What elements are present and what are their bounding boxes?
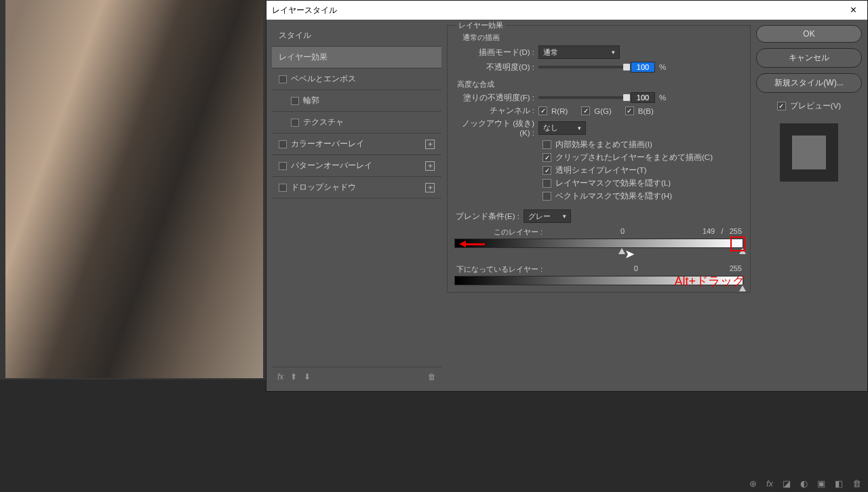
channel-b-label: B(B)	[638, 107, 654, 115]
channel-r-checkbox[interactable]	[538, 106, 547, 115]
adjustment-icon[interactable]: ◐	[800, 478, 808, 489]
knockout-select[interactable]: なし ▾	[538, 121, 586, 135]
main-panel: レイヤー効果 通常の描画 描画モード(D) : 通常 ▾ 不透明度(O) : %…	[447, 25, 751, 386]
blend-if-value: グレー	[528, 211, 551, 222]
add-color-overlay-icon[interactable]: ＋	[425, 140, 435, 149]
bevel-checkbox[interactable]	[279, 75, 287, 83]
move-up-icon[interactable]: ⬆	[290, 372, 297, 382]
chevron-down-icon: ▾	[612, 49, 615, 56]
this-layer-max: 255	[730, 227, 742, 235]
fill-opacity-slider[interactable]	[538, 96, 627, 99]
blend-interior-checkbox[interactable]	[542, 140, 551, 149]
channel-g-label: G(G)	[594, 107, 612, 115]
mask-icon[interactable]: ◪	[783, 478, 791, 489]
new-style-button[interactable]: 新規スタイル(W)...	[756, 73, 862, 93]
blending-options-label: レイヤー効果	[279, 52, 328, 63]
styles-header[interactable]: スタイル	[272, 25, 441, 47]
pattern-overlay-item[interactable]: パターンオーバーレイ＋	[272, 155, 441, 177]
dialog-button-column: OK キャンセル 新規スタイル(W)... プレビュー(V)	[756, 25, 862, 386]
opacity-input[interactable]	[631, 62, 655, 73]
canvas-area	[0, 0, 271, 380]
opacity-percent: %	[659, 63, 666, 71]
ok-button[interactable]: OK	[756, 25, 862, 43]
vector-mask-hides-label: ベクトルマスクで効果を隠す(H)	[555, 191, 672, 201]
trash-icon[interactable]: 🗑	[852, 478, 861, 489]
bevel-label: ベベルとエンボス	[291, 73, 356, 85]
add-pattern-overlay-icon[interactable]: ＋	[425, 161, 435, 171]
vector-mask-hides-checkbox[interactable]	[542, 192, 551, 201]
dialog-title: レイヤースタイル	[272, 5, 337, 16]
fx-icon[interactable]: fx	[277, 372, 283, 382]
annotation-text: Alt+ドラッグ	[674, 273, 745, 289]
this-layer-gradient[interactable]	[454, 239, 743, 248]
this-layer-split: 149	[703, 227, 715, 235]
drop-shadow-item[interactable]: ドロップシャドウ＋	[272, 177, 441, 199]
group-icon[interactable]: ▣	[817, 478, 825, 489]
channel-r-label: R(R)	[551, 107, 568, 115]
document-image	[5, 0, 263, 378]
drop-shadow-label: ドロップシャドウ	[291, 182, 356, 193]
transparency-shapes-checkbox[interactable]	[542, 166, 551, 175]
blend-mode-select[interactable]: 通常 ▾	[538, 45, 620, 59]
cursor-icon: ➤	[625, 247, 635, 262]
underlying-label: 下になっているレイヤー :	[456, 264, 542, 274]
cancel-button[interactable]: キャンセル	[756, 48, 862, 68]
blend-if-select[interactable]: グレー ▾	[524, 209, 571, 223]
new-layer-icon[interactable]: ◧	[835, 478, 843, 489]
general-blending-group: レイヤー効果 通常の描画 描画モード(D) : 通常 ▾ 不透明度(O) : %…	[447, 25, 751, 293]
texture-checkbox[interactable]	[291, 119, 299, 127]
underlying-min: 0	[634, 264, 638, 274]
fill-percent: %	[659, 94, 666, 102]
channel-g-checkbox[interactable]	[581, 106, 590, 115]
bevel-emboss-item[interactable]: ベベルとエンボス	[272, 68, 441, 90]
annotation-red-arrow	[459, 241, 485, 247]
drop-shadow-checkbox[interactable]	[279, 184, 287, 192]
blend-clipped-checkbox[interactable]	[542, 153, 551, 162]
contour-checkbox[interactable]	[291, 97, 299, 105]
blend-mode-label: 描画モード(D) :	[454, 47, 534, 58]
preview-checkbox[interactable]	[777, 102, 786, 110]
advanced-blending-title: 高度な合成	[457, 79, 743, 89]
chevron-down-icon: ▾	[578, 125, 581, 131]
dialog-titlebar: レイヤースタイル ×	[267, 1, 867, 20]
chevron-down-icon: ▾	[563, 213, 566, 220]
close-icon[interactable]: ×	[845, 4, 862, 16]
layer-mask-hides-label: レイヤーマスクで効果を隠す(L)	[555, 178, 671, 188]
blend-clipped-label: クリップされたレイヤーをまとめて描画(C)	[555, 152, 713, 163]
contour-item[interactable]: 輪郭	[272, 90, 441, 112]
pattern-overlay-checkbox[interactable]	[279, 162, 287, 170]
color-overlay-item[interactable]: カラーオーバーレイ＋	[272, 134, 441, 155]
style-list-footer: fx ⬆ ⬇ 🗑	[272, 367, 441, 386]
add-drop-shadow-icon[interactable]: ＋	[425, 183, 435, 192]
layer-mask-hides-checkbox[interactable]	[542, 179, 551, 188]
preview-swatch	[780, 123, 838, 182]
this-layer-label: このレイヤー :	[456, 227, 542, 237]
fill-opacity-input[interactable]	[631, 92, 655, 103]
normal-blending-label: 通常の描画	[462, 33, 743, 43]
styles-header-label: スタイル	[279, 30, 311, 41]
blend-if-label: ブレンド条件(E) :	[454, 211, 519, 222]
link-icon[interactable]: ⊕	[749, 478, 757, 489]
underlying-black-handle[interactable]	[452, 285, 458, 291]
texture-label: テクスチャ	[303, 117, 344, 128]
color-overlay-checkbox[interactable]	[279, 140, 287, 148]
style-list: スタイル レイヤー効果 ベベルとエンボス 輪郭 テクスチャ カラーオーバーレイ＋…	[272, 25, 441, 386]
texture-item[interactable]: テクスチャ	[272, 112, 441, 134]
channels-label: チャンネル :	[454, 106, 534, 116]
opacity-slider[interactable]	[538, 66, 627, 68]
knockout-value: なし	[543, 123, 558, 133]
fx-icon[interactable]: fx	[766, 478, 773, 489]
trash-icon[interactable]: 🗑	[428, 372, 436, 382]
preview-label: プレビュー(V)	[790, 101, 841, 111]
channel-b-checkbox[interactable]	[625, 106, 634, 115]
general-blending-title: レイヤー効果	[456, 20, 506, 30]
blend-interior-label: 内部効果をまとめて描画(I)	[555, 140, 652, 150]
knockout-label: ノックアウト (抜き)(K) :	[454, 119, 534, 137]
this-layer-min: 0	[620, 227, 625, 237]
blending-options-item[interactable]: レイヤー効果	[272, 47, 441, 68]
move-down-icon[interactable]: ⬇	[304, 372, 311, 382]
layers-panel-footer: ⊕ fx ◪ ◐ ▣ ◧ 🗑	[651, 474, 868, 492]
transparency-shapes-label: 透明シェイプレイヤー(T)	[555, 165, 647, 176]
contour-label: 輪郭	[303, 95, 319, 106]
opacity-label: 不透明度(O) :	[454, 62, 534, 73]
